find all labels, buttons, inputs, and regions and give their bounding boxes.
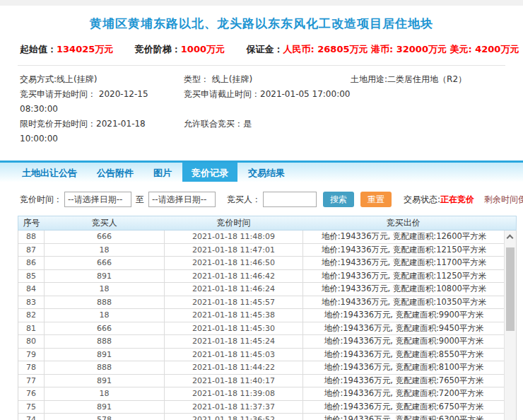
cell-index: 81 — [18, 322, 45, 335]
joint-bid-allowed: 允许联合竞买：是 — [184, 117, 351, 146]
table-row: 78 888 2021-01-18 11:44:22 地价:194336万元, … — [18, 361, 505, 375]
apply-start-time: 竞买申请开始时间： 2020-12-15 08:30:00 — [20, 87, 184, 117]
bid-records-table: 序号 竞买人 竞价时间 竞买出价 88 666 2021-01-18 11:48… — [18, 216, 517, 420]
apply-end-time: 竞买申请截止时间：2021-01-05 17:00:00 — [184, 87, 351, 117]
start-price-label: 起始值： — [20, 44, 57, 54]
tab-notice-attachments[interactable]: 公告附件 — [88, 163, 143, 182]
cell-bid-offer: 地价:194336万元, 竞配建面积:9450平方米 — [303, 322, 505, 335]
date-to-input[interactable] — [148, 192, 216, 207]
table-row: 77 891 2021-01-18 11:40:17 地价:194336万元, … — [18, 375, 505, 388]
status-badge: 正在竞价 — [440, 194, 474, 206]
cell-bidder: 18 — [45, 244, 165, 257]
cell-bid-offer: 地价:194336万元, 竞配建面积:7200平方米 — [303, 387, 505, 400]
cell-bidder: 18 — [45, 309, 165, 322]
cell-index: 77 — [18, 375, 45, 387]
cell-bid-time: 2021-01-18 11:46:50 — [165, 257, 303, 269]
bid-increment: 竞价阶梯：1000万元 — [135, 44, 225, 54]
cell-bidder: 18 — [45, 387, 165, 400]
auction-summary: 起始值：134025万元 竞价阶梯：1000万元 保证金：人民币: 26805万… — [18, 43, 505, 66]
bidder-input[interactable] — [263, 192, 317, 207]
reset-button[interactable]: 重置 — [360, 192, 392, 207]
cell-bidder: 891 — [45, 270, 165, 283]
cell-index: 84 — [18, 283, 45, 296]
table-header: 序号 竞买人 竞价时间 竞买出价 — [18, 216, 517, 231]
cell-bid-offer: 地价:194336万元, 竞配建面积:11250平方米 — [303, 270, 505, 283]
info-spacer — [351, 87, 505, 117]
tab-images[interactable]: 图片 — [144, 163, 181, 182]
cell-bid-offer: 地价:194336万元, 竞配建面积:12150平方米 — [303, 244, 505, 257]
cell-bid-time: 2021-01-18 11:48:09 — [165, 231, 303, 243]
cell-bid-time: 2021-01-18 11:40:17 — [165, 375, 303, 387]
cell-bid-time: 2021-01-18 11:45:03 — [165, 349, 303, 361]
table-row: 82 18 2021-01-18 11:45:38 地价:194336万元, 竞… — [18, 309, 505, 322]
listing-type: 类型： 线上(挂牌) — [184, 72, 351, 87]
filter-bar: 竞价时间： 至 竞买人： 搜索 重置 交易状态: 正在竞价 剩余时间倒计时: 0… — [0, 182, 523, 207]
cell-bidder: 666 — [45, 322, 165, 335]
cell-index: 82 — [18, 309, 45, 322]
table-row: 88 666 2021-01-18 11:48:09 地价:194336万元, … — [18, 231, 505, 244]
cell-bidder: 891 — [45, 375, 165, 387]
date-from-input[interactable] — [64, 192, 131, 207]
cell-index: 85 — [18, 270, 45, 283]
table-row: 85 891 2021-01-18 11:46:42 地价:194336万元, … — [18, 270, 505, 284]
scroll-up-icon[interactable] — [505, 231, 516, 245]
table-row: 87 18 2021-01-18 11:47:01 地价:194336万元, 竞… — [18, 244, 505, 257]
cell-bid-offer: 地价:194336万元, 竞配建面积:12600平方米 — [303, 231, 505, 243]
header-bid-offer: 竞买出价 — [302, 217, 504, 229]
bid-increment-label: 竞价阶梯： — [135, 44, 181, 54]
countdown-label: 剩余时间倒计时: — [484, 194, 523, 206]
tab-land-transfer-notice[interactable]: 土地出让公告 — [13, 163, 86, 182]
cell-bidder: 888 — [45, 361, 165, 374]
cell-index: 87 — [18, 244, 45, 257]
trade-mode: 交易方式:线上(挂牌) — [20, 72, 184, 87]
cell-index: 88 — [18, 231, 45, 243]
cell-bid-time: 2021-01-18 11:45:38 — [165, 309, 303, 322]
cell-bidder: 891 — [45, 349, 165, 361]
cell-bidder: 666 — [45, 257, 165, 269]
deposit-label: 保证金： — [247, 44, 283, 54]
status-label: 交易状态: — [404, 194, 440, 206]
table-scrollbar[interactable] — [504, 231, 516, 420]
cell-bidder: 891 — [45, 401, 165, 414]
cell-bid-time: 2021-01-18 11:47:01 — [165, 244, 303, 257]
cell-bid-time: 2021-01-18 11:36:52 — [165, 414, 303, 420]
cell-bid-offer: 地价:194336万元, 竞配建面积:8550平方米 — [303, 349, 505, 361]
cell-bid-offer: 地价:194336万元, 竞配建面积:10350平方米 — [303, 296, 505, 309]
cell-bid-offer: 地价:194336万元, 竞配建面积:9000平方米 — [303, 335, 505, 348]
cell-bid-time: 2021-01-18 11:39:08 — [165, 387, 303, 400]
cell-bidder: 888 — [45, 335, 165, 348]
page-title: 黄埔区黄埔东路以北、龙头路以东东风化工改造项目居住地块 — [0, 16, 523, 32]
cell-bid-offer: 地价:194336万元, 竞配建面积:11700平方米 — [303, 257, 505, 269]
bid-time-label: 竞价时间： — [20, 194, 62, 206]
chevron-up-icon — [507, 235, 514, 242]
table-row: 80 888 2021-01-18 11:45:24 地价:194336万元, … — [18, 335, 505, 349]
cell-index: 83 — [18, 296, 45, 309]
tab-transaction-result[interactable]: 交易结果 — [239, 163, 294, 182]
table-row: 76 18 2021-01-18 11:39:08 地价:194336万元, 竞… — [18, 387, 505, 401]
tab-bid-records[interactable]: 竞价记录 — [182, 163, 237, 182]
tab-bar: 土地出让公告公告附件图片竞价记录交易结果 — [0, 161, 523, 182]
bid-increment-value: 1000万元 — [181, 44, 225, 54]
header-bidder: 竞买人 — [45, 217, 165, 229]
land-use: 土地用途:二类居住用地（R2） — [351, 72, 505, 87]
cell-bidder: 18 — [45, 283, 165, 296]
cell-bid-offer: 地价:194336万元, 竞配建面积:6300平方米 — [303, 414, 505, 420]
table-row: 81 666 2021-01-18 11:45:30 地价:194336万元, … — [18, 322, 505, 336]
table-row: 84 18 2021-01-18 11:46:24 地价:194336万元, 竞… — [18, 283, 505, 296]
cell-bid-time: 2021-01-18 11:46:42 — [165, 270, 303, 283]
table-row: 79 891 2021-01-18 11:45:03 地价:194336万元, … — [18, 349, 505, 362]
bid-start-time: 限时竞价开始时间：2021-01-18 10:00:00 — [20, 117, 184, 146]
cell-index: 74 — [18, 414, 45, 420]
cell-bid-offer: 地价:194336万元, 竞配建面积:9900平方米 — [303, 309, 505, 322]
cell-bidder: 666 — [45, 231, 165, 243]
cell-index: 79 — [18, 349, 45, 361]
cell-index: 86 — [18, 257, 45, 269]
scrollbar-thumb[interactable] — [506, 247, 515, 331]
cell-bid-offer: 地价:194336万元, 竞配建面积:8100平方米 — [303, 361, 505, 374]
table-body: 88 666 2021-01-18 11:48:09 地价:194336万元, … — [18, 231, 517, 420]
header-index: 序号 — [18, 217, 45, 229]
deposit: 保证金：人民币: 26805万元 港币: 32000万元 美元: 4200万元 — [247, 44, 519, 54]
search-button[interactable]: 搜索 — [323, 192, 354, 207]
cell-bid-time: 2021-01-18 11:46:24 — [165, 283, 303, 296]
cell-bid-offer: 地价:194336万元, 竞配建面积:6750平方米 — [303, 401, 505, 414]
